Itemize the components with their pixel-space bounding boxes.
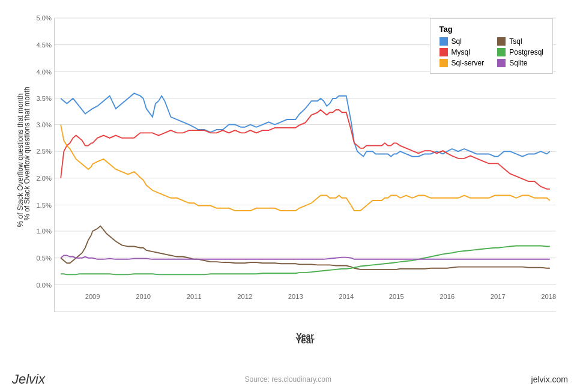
legend-grid: Sql Tsql Mysql Postgresql Sql-server (440, 37, 543, 67)
svg-text:5.0%: 5.0% (36, 14, 52, 22)
legend-item-tsql: Tsql (497, 37, 543, 46)
legend-label-tsql: Tsql (509, 37, 522, 46)
svg-text:2009: 2009 (85, 293, 100, 300)
legend-color-sqlserver (440, 59, 448, 67)
svg-text:0.5%: 0.5% (36, 255, 52, 262)
footer-logo: Jelvix (12, 372, 45, 387)
svg-text:2016: 2016 (440, 293, 455, 300)
svg-text:2018: 2018 (541, 293, 556, 300)
chart-legend: Tag Sql Tsql Mysql Postgresql (430, 18, 553, 74)
x-axis-label-fixed: Year (54, 335, 556, 345)
svg-text:0.0%: 0.0% (36, 281, 52, 288)
svg-text:2.0%: 2.0% (36, 175, 52, 182)
legend-color-tsql (497, 37, 506, 46)
y-axis-label-rotated: % of Stack Overflow questions that month (23, 100, 31, 220)
legend-color-sqlite (497, 59, 506, 67)
legend-label-sql: Sql (452, 37, 462, 46)
footer: Jelvix Source: res.cloudinary.com jelvix… (0, 372, 580, 387)
legend-item-postgresql: Postgresql (497, 48, 543, 56)
svg-text:2.5%: 2.5% (36, 148, 52, 155)
svg-text:2011: 2011 (187, 293, 202, 300)
legend-color-sql (440, 37, 448, 46)
footer-url: jelvix.com (531, 375, 568, 384)
footer-source: Source: res.cloudinary.com (245, 375, 332, 384)
chart-area: % of Stack Overflow questions that month… (12, 12, 568, 348)
legend-label-sqlserver: Sql-server (452, 59, 485, 67)
legend-color-postgresql (497, 48, 506, 56)
svg-text:4.0%: 4.0% (36, 68, 52, 75)
svg-text:2010: 2010 (136, 293, 151, 300)
svg-text:1.5%: 1.5% (36, 202, 52, 209)
legend-title: Tag (440, 25, 543, 34)
svg-text:3.5%: 3.5% (36, 95, 52, 102)
svg-text:2015: 2015 (389, 293, 404, 300)
legend-label-mysql: Mysql (452, 48, 470, 56)
legend-item-sql: Sql (440, 37, 486, 46)
svg-text:3.0%: 3.0% (36, 121, 52, 128)
legend-label-postgresql: Postgresql (509, 48, 543, 56)
legend-color-mysql (440, 48, 448, 56)
legend-item-sqlite: Sqlite (497, 59, 543, 67)
page-container: % of Stack Overflow questions that month… (0, 0, 580, 392)
svg-text:1.0%: 1.0% (36, 228, 52, 235)
legend-item-sqlserver: Sql-server (440, 59, 486, 67)
svg-text:2017: 2017 (491, 293, 506, 300)
legend-item-mysql: Mysql (440, 48, 486, 56)
svg-text:4.5%: 4.5% (36, 41, 52, 49)
svg-text:2014: 2014 (339, 293, 354, 300)
svg-text:2012: 2012 (237, 293, 252, 300)
svg-text:2013: 2013 (288, 293, 303, 300)
legend-label-sqlite: Sqlite (509, 59, 527, 67)
